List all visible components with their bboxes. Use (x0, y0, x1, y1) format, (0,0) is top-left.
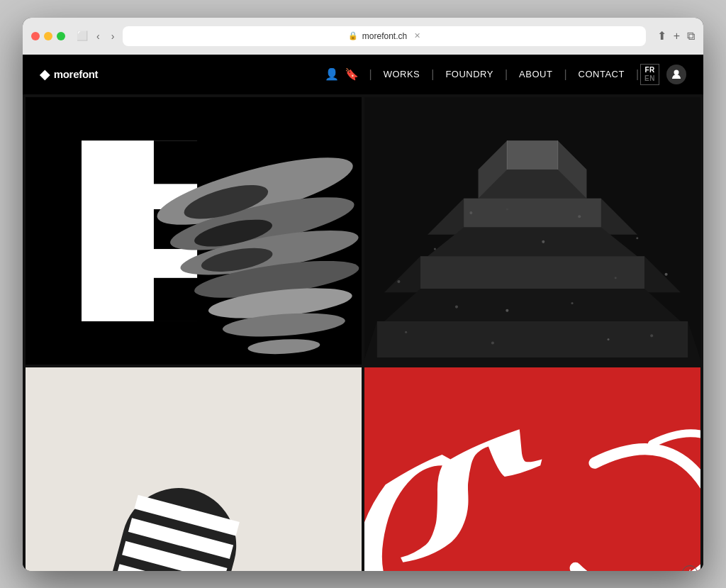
svg-point-35 (542, 240, 544, 243)
browser-controls: ⬜ ‹ › (77, 29, 117, 43)
share-button[interactable]: ⬆ (657, 29, 666, 43)
nav-foundry[interactable]: FOUNDRY (435, 69, 503, 79)
grid-cell-top-left[interactable] (26, 97, 362, 365)
svg-point-37 (397, 279, 400, 282)
bookmark-icon[interactable]: 🔖 (345, 67, 359, 81)
site-nav: 👤 🔖 | WORKS | FOUNDRY | ABOUT | CONTACT … (325, 64, 686, 85)
svg-point-40 (455, 305, 458, 308)
grid-cell-top-right[interactable] (364, 97, 700, 365)
address-bar[interactable]: 🔒 morefont.ch ✕ (123, 26, 645, 46)
site-header: ◆ morefont 👤 🔖 | WORKS | FOUNDRY | ABOUT… (23, 55, 703, 94)
lock-icon: 🔒 (348, 31, 358, 40)
browser-window: ⬜ ‹ › 🔒 morefont.ch ✕ ⬆ + ⧉ ◆ morefont 👤 (23, 18, 703, 571)
svg-point-45 (491, 341, 494, 344)
nav-about[interactable]: ABOUT (509, 69, 562, 79)
svg-point-38 (615, 277, 617, 279)
svg-point-46 (607, 338, 609, 340)
fullscreen-button[interactable] (57, 32, 65, 40)
svg-marker-25 (420, 256, 644, 289)
svg-marker-23 (428, 227, 637, 256)
browser-chrome: ⬜ ‹ › 🔒 morefont.ch ✕ ⬆ + ⧉ (23, 18, 703, 55)
nav-divider-5: | (636, 68, 639, 81)
nav-works[interactable]: WORKS (374, 69, 430, 79)
nav-divider-1: | (369, 68, 372, 81)
svg-point-42 (506, 309, 508, 311)
nav-divider-4: | (564, 68, 566, 81)
nav-contact[interactable]: CONTACT (569, 69, 635, 79)
browser-actions: ⬆ + ⧉ (657, 29, 695, 43)
nav-divider-3: | (505, 68, 508, 81)
svg-point-41 (571, 301, 574, 304)
grid-cell-bottom-right[interactable]: ℭ (364, 367, 700, 571)
profile-icon[interactable] (666, 65, 686, 84)
close-tab-button[interactable]: ✕ (414, 31, 420, 40)
svg-marker-28 (377, 321, 688, 357)
add-tab-button[interactable]: + (674, 30, 680, 43)
social-icons: f in (682, 565, 698, 571)
svg-point-0 (674, 70, 679, 74)
facebook-icon[interactable]: f (682, 565, 698, 571)
svg-marker-19 (507, 140, 557, 170)
svg-point-39 (665, 272, 668, 275)
forward-button[interactable]: › (108, 29, 118, 43)
back-button[interactable]: ‹ (94, 29, 103, 43)
svg-point-44 (405, 331, 407, 333)
svg-point-31 (469, 211, 472, 214)
traffic-lights (31, 32, 65, 40)
svg-point-33 (578, 215, 581, 218)
site-logo[interactable]: ◆ morefont (40, 67, 98, 82)
svg-point-34 (434, 248, 436, 250)
logo-text: morefont (54, 68, 99, 80)
svg-point-32 (506, 208, 508, 210)
nav-icons: 👤 🔖 (325, 67, 359, 81)
lang-fr: FR (644, 66, 654, 74)
portfolio-grid: ℭ morefont-2023 f (23, 94, 703, 571)
svg-point-36 (636, 237, 638, 239)
logo-arrow-icon: ◆ (40, 67, 50, 82)
site-wrapper: ◆ morefont 👤 🔖 | WORKS | FOUNDRY | ABOUT… (23, 55, 703, 571)
url-text: morefont.ch (362, 31, 407, 41)
multi-window-button[interactable]: ⧉ (687, 30, 695, 43)
lang-en: EN (644, 74, 655, 83)
user-icon[interactable]: 👤 (325, 67, 339, 81)
grid-cell-bottom-left[interactable] (26, 367, 362, 571)
language-switcher[interactable]: FR EN (640, 64, 659, 85)
minimize-button[interactable] (44, 32, 52, 40)
svg-marker-22 (464, 198, 601, 227)
svg-marker-26 (384, 289, 681, 321)
window-manage-icon[interactable]: ⬜ (77, 30, 88, 41)
svg-point-43 (650, 334, 653, 337)
nav-divider-2: | (431, 68, 434, 81)
close-button[interactable] (31, 32, 40, 40)
